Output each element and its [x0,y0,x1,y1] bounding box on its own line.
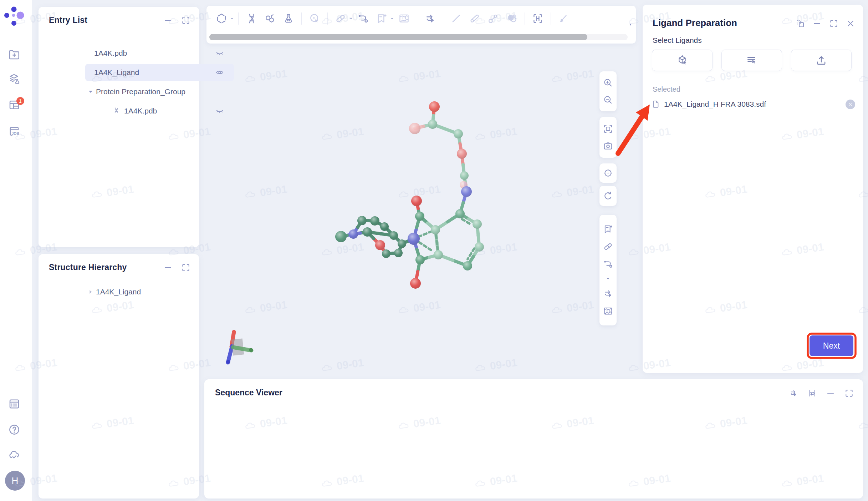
measure-path-icon[interactable] [603,259,613,269]
atom-O7[interactable] [375,240,385,250]
chevron-down-icon[interactable] [605,276,611,282]
prepare-layers-icon[interactable] [8,73,21,86]
job-queue-icon[interactable]: JOB [8,125,21,138]
atom-Cc[interactable] [363,227,372,237]
new-project-icon[interactable] [8,48,21,61]
atom-O1[interactable] [429,101,440,112]
expand-icon[interactable] [181,16,190,25]
next-button[interactable]: Next [810,335,853,356]
atom-Cco2[interactable] [415,255,425,264]
atom-Nl[interactable] [349,229,358,239]
eraser-icon[interactable] [335,12,347,25]
swap-transform-icon[interactable] [424,12,436,25]
atom-C3[interactable] [460,171,469,180]
expand-icon[interactable] [829,19,838,28]
angle-measure-icon[interactable] [558,12,570,25]
zoom-in-icon[interactable] [603,77,613,88]
atom-C4[interactable] [455,209,465,218]
entry-item[interactable]: 1A4K.pdb [85,45,234,62]
atom-Cb[interactable] [370,216,379,226]
entry-item-nested[interactable]: 1A4K.pdb [85,102,234,120]
atom-C5[interactable] [473,219,482,229]
selected-file-row[interactable]: 1A4K_Ligand_H FRA 3083.sdf [651,97,855,112]
screenshot-camera-icon[interactable] [603,141,613,151]
remove-file-button[interactable] [846,100,855,109]
atom-C6[interactable] [475,242,484,252]
select-radius-icon[interactable] [308,12,321,25]
toolbar-collapse-handle[interactable] [625,6,636,44]
atom-Cd[interactable] [382,249,390,258]
chevron-down-icon[interactable] [229,16,235,21]
atom-Cf[interactable] [389,231,398,240]
atom-C3a[interactable] [431,225,440,234]
flask-icon[interactable] [282,12,295,25]
refresh-icon[interactable] [603,191,613,201]
pick-from-list-button[interactable] [721,50,782,71]
surface-map-icon[interactable] [398,12,410,25]
atom-Cme[interactable] [335,231,347,242]
atom-Ca[interactable] [357,216,367,225]
atom-Clnk[interactable] [398,239,406,248]
caret-right-icon[interactable] [87,288,95,296]
cloud-sync-icon[interactable] [8,449,21,461]
ball-stick-style-icon[interactable] [487,12,499,25]
swap-transform-icon[interactable] [603,288,613,299]
caret-down-icon[interactable] [87,88,95,96]
atom-Ncen[interactable] [408,233,420,245]
dock-pin-icon[interactable] [796,19,805,28]
chevron-down-icon[interactable] [389,16,395,21]
measure-path-icon[interactable] [357,12,369,25]
fit-view-icon[interactable] [603,123,613,134]
atom-O6[interactable] [410,278,421,289]
swap-transform-icon[interactable] [789,389,798,398]
spacefill-style-icon[interactable] [506,12,518,25]
avatar[interactable]: H [5,471,25,491]
target-icon[interactable] [603,168,613,178]
pick-from-3d-button[interactable] [652,50,713,71]
bookmark-add-icon[interactable] [603,224,613,234]
minimize-icon[interactable] [163,263,173,272]
expand-icon[interactable] [844,389,854,398]
expand-icon[interactable] [181,263,190,272]
zoom-out-icon[interactable] [603,95,613,105]
atom-C1[interactable] [428,120,437,129]
molecule-3d-view[interactable] [200,46,645,382]
atom-C7a[interactable] [434,250,443,259]
atom-C7[interactable] [463,261,472,270]
ring-fragments-icon[interactable] [264,12,276,25]
eye-off-icon[interactable] [215,49,224,57]
atom-O2[interactable] [409,123,420,134]
bookmark-add-icon[interactable] [376,12,388,25]
minimize-icon[interactable] [812,19,822,28]
entry-item-selected[interactable]: 1A4K_Ligand [85,64,234,81]
eye-icon[interactable] [215,68,224,77]
upload-ligand-button[interactable] [791,50,852,71]
stick-style-icon[interactable] [469,12,481,25]
atom-O5[interactable] [411,196,422,206]
line-style-icon[interactable] [450,12,462,25]
eraser-icon[interactable] [603,241,613,252]
chevron-down-icon[interactable] [348,16,354,21]
atom-Cco1[interactable] [415,212,424,221]
session-log-icon[interactable] [8,398,21,410]
hierarchy-item[interactable]: 1A4K_Ligand [85,283,234,300]
atom-Ch[interactable] [380,222,389,231]
eye-off-icon[interactable] [215,107,224,115]
minimize-icon[interactable] [163,16,173,25]
surface-map-icon[interactable] [603,306,613,317]
atom-C2[interactable] [454,129,463,138]
entry-group-item[interactable]: Protein Preparation_Group [85,83,234,100]
minimize-icon[interactable] [826,389,835,398]
dna-builder-icon[interactable] [245,12,257,25]
close-icon[interactable] [846,19,855,28]
app-logo[interactable] [4,5,26,27]
toolbar-scrollbar[interactable] [209,34,628,40]
wrap-text-icon[interactable] [807,389,817,398]
scrollbar-thumb[interactable] [209,34,587,40]
atom-Ce[interactable] [394,249,403,257]
atom-N1[interactable] [461,186,472,197]
representation-style-icon[interactable] [215,12,228,25]
atom-O3[interactable] [457,149,467,159]
hydrogens-toggle-icon[interactable] [532,12,544,25]
help-icon[interactable] [8,423,21,436]
